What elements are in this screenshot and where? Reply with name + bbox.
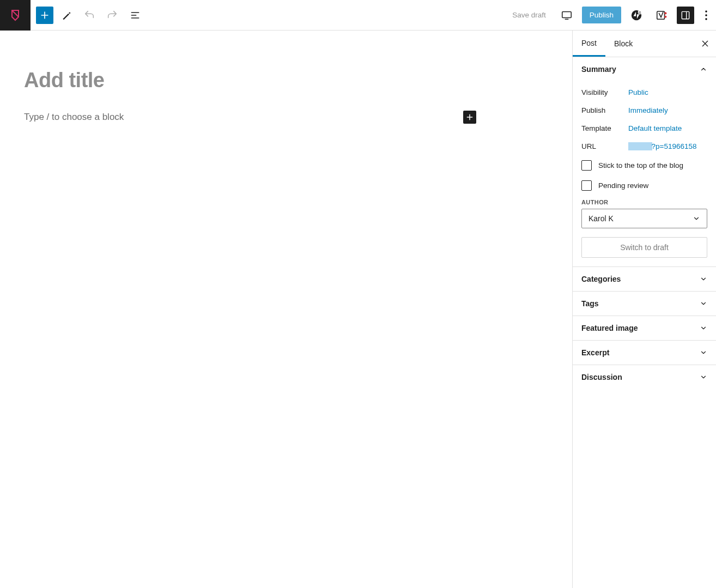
preview-button[interactable]: [557, 5, 577, 25]
author-heading: AUTHOR: [581, 196, 707, 209]
panel-categories-title: Categories: [581, 275, 621, 283]
save-draft-button[interactable]: Save draft: [507, 11, 551, 19]
panel-tags-header[interactable]: Tags: [573, 292, 716, 316]
chevron-up-icon: [700, 65, 707, 73]
list-view-button[interactable]: [125, 5, 145, 25]
yoast-icon[interactable]: [652, 5, 671, 25]
publish-label: Publish: [581, 106, 628, 114]
author-select[interactable]: Karol K: [581, 209, 707, 228]
post-title-input[interactable]: Add title: [24, 69, 476, 92]
tab-post[interactable]: Post: [573, 31, 605, 57]
chevron-down-icon: [700, 300, 707, 307]
template-value[interactable]: Default template: [628, 124, 682, 132]
url-value[interactable]: xxxxxx?p=51966158: [628, 142, 696, 150]
visibility-value[interactable]: Public: [628, 88, 648, 96]
svg-rect-7: [682, 11, 689, 19]
tools-button[interactable]: [57, 5, 76, 25]
stick-label: Stick to the top of the blog: [598, 161, 683, 169]
close-sidebar-button[interactable]: [694, 31, 716, 57]
panel-summary-header[interactable]: Summary: [573, 57, 716, 81]
author-value: Karol K: [588, 214, 614, 223]
chevron-down-icon: [700, 349, 707, 356]
svg-text:G: G: [639, 10, 641, 14]
panel-categories-header[interactable]: Categories: [573, 267, 716, 291]
panel-excerpt-header[interactable]: Excerpt: [573, 341, 716, 365]
site-logo[interactable]: [0, 0, 31, 31]
svg-point-6: [664, 15, 666, 17]
panel-tags-title: Tags: [581, 299, 599, 308]
visibility-label: Visibility: [581, 88, 628, 96]
chevron-down-icon: [700, 324, 707, 332]
publish-button[interactable]: Publish: [582, 7, 621, 23]
url-label: URL: [581, 142, 628, 150]
panel-featured-image-title: Featured image: [581, 324, 638, 332]
panel-featured-image-header[interactable]: Featured image: [573, 316, 716, 340]
settings-toggle[interactable]: [677, 7, 694, 24]
svg-point-9: [705, 14, 707, 16]
stick-checkbox[interactable]: [581, 160, 592, 171]
undo-button[interactable]: [80, 5, 99, 25]
panel-discussion-header[interactable]: Discussion: [573, 365, 716, 389]
pending-review-checkbox[interactable]: [581, 180, 592, 191]
publish-value[interactable]: Immediately: [628, 106, 668, 114]
settings-sidebar: Post Block Summary Visibility Public: [572, 31, 716, 588]
redo-button[interactable]: [102, 5, 122, 25]
chevron-down-icon: [700, 373, 707, 381]
pending-review-label: Pending review: [598, 181, 648, 190]
panel-excerpt-title: Excerpt: [581, 348, 609, 357]
tab-block[interactable]: Block: [605, 31, 641, 57]
template-label: Template: [581, 124, 628, 132]
panel-summary-title: Summary: [581, 65, 616, 74]
svg-point-10: [705, 18, 707, 20]
switch-to-draft-button[interactable]: Switch to draft: [581, 237, 707, 258]
svg-point-8: [705, 10, 707, 12]
editor-canvas[interactable]: Add title Type / to choose a block: [0, 31, 572, 588]
block-inserter-button[interactable]: [36, 7, 53, 24]
add-block-button[interactable]: [463, 111, 476, 124]
svg-point-5: [664, 12, 666, 14]
panel-discussion-title: Discussion: [581, 373, 622, 381]
top-toolbar: Save draft Publish G: [0, 0, 716, 31]
chevron-down-icon: [693, 215, 700, 222]
paragraph-placeholder[interactable]: Type / to choose a block: [24, 112, 124, 123]
jetpack-icon[interactable]: G: [627, 5, 646, 25]
chevron-down-icon: [700, 275, 707, 283]
svg-rect-0: [562, 11, 571, 17]
more-options-button[interactable]: [700, 5, 713, 25]
